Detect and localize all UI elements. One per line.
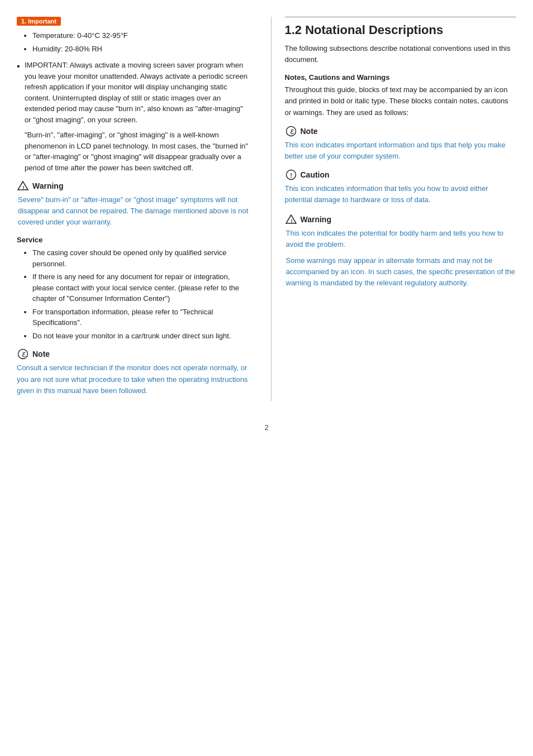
warning-text-1: Severe" burn-in" or "after-image" or "gh… (18, 194, 249, 228)
warning-icon-1: ! (17, 180, 29, 192)
list-item: Temperature: 0-40°C 32-95°F (32, 30, 249, 41)
svg-text:!: ! (290, 173, 292, 179)
note-text-right: This icon indicates important informatio… (285, 140, 517, 162)
warning-header-1: ! Warning (17, 180, 249, 192)
svg-text:ℰ: ℰ (289, 128, 293, 135)
warning-title-1: Warning (32, 181, 63, 190)
list-item: Humidity: 20-80% RH (32, 44, 249, 55)
important-para2: "Burn-in", "after-imaging", or "ghost im… (25, 130, 249, 173)
note-block-1: ℰ Note Consult a service technician if t… (17, 348, 249, 396)
list-item: For transportation information, please r… (32, 307, 249, 328)
note-title-right: Note (301, 127, 318, 136)
service-list: The casing cover should be opened only b… (32, 247, 249, 341)
warning-title-right: Warning (301, 215, 331, 224)
warning-text2-right: Some warnings may appear in alternate fo… (286, 255, 517, 289)
important-bullet: • IMPORTANT: Always activate a moving sc… (17, 60, 249, 125)
temp-humidity-list: Temperature: 0-40°C 32-95°F Humidity: 20… (32, 30, 249, 54)
svg-text:!: ! (23, 185, 25, 190)
caution-header-right: ! Caution (285, 169, 517, 181)
note-header-1: ℰ Note (17, 348, 249, 360)
list-item: Do not leave your monitor in a car/trunk… (32, 331, 249, 342)
section-heading: Notational Descriptions (305, 23, 443, 37)
warning-icon-right: ! (285, 213, 297, 226)
caution-icon-right: ! (285, 169, 297, 181)
important-para1: IMPORTANT: Always activate a moving scre… (25, 60, 249, 125)
warning-block-right: ! Warning This icon indicates the potent… (285, 213, 517, 289)
svg-text:!: ! (291, 218, 292, 224)
note-icon-1: ℰ (17, 348, 29, 360)
list-item: If there is any need for any document fo… (32, 271, 249, 304)
caution-title-right: Caution (301, 170, 330, 179)
svg-text:ℰ: ℰ (22, 351, 26, 358)
warning-header-right: ! Warning (285, 213, 517, 226)
list-item: The casing cover should be opened only b… (32, 247, 249, 269)
right-column: 1.2 Notational Descriptions The followin… (271, 17, 517, 401)
warning-block-1: ! Warning Severe" burn-in" or "after-ima… (17, 180, 249, 228)
note-title-1: Note (32, 350, 50, 358)
section-number: 1.2 (285, 23, 302, 37)
left-column: 1. Important Temperature: 0-40°C 32-95°F… (17, 17, 254, 401)
subsection-body: Throughout this guide, blocks of text ma… (285, 84, 517, 118)
top-divider (285, 17, 517, 17)
caution-block-right: ! Caution This icon indicates informatio… (285, 169, 517, 205)
service-header: Service (17, 236, 249, 244)
page-number: 2 (0, 423, 533, 432)
note-block-right: ℰ Note This icon indicates important inf… (285, 125, 517, 162)
note-icon-right: ℰ (285, 125, 297, 137)
important-badge: 1. Important (17, 17, 61, 26)
caution-text-right: This icon indicates information that tel… (285, 183, 517, 205)
section-title: 1.2 Notational Descriptions (285, 23, 517, 37)
warning-text1-right: This icon indicates the potential for bo… (286, 228, 517, 250)
note-header-right: ℰ Note (285, 125, 517, 137)
bullet-dot: • (17, 61, 25, 73)
section-intro: The following subsections describe notat… (285, 43, 517, 65)
subsection-title: Notes, Cautions and Warnings (285, 73, 517, 82)
note-text-1: Consult a service technician if the moni… (17, 362, 249, 396)
